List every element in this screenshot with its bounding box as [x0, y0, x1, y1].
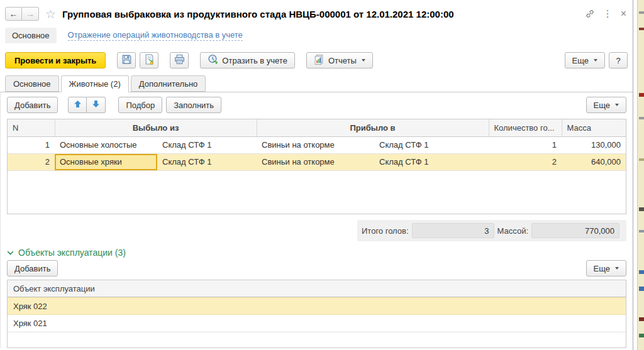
more-label: Еще — [572, 56, 589, 65]
tab-animals[interactable]: Животные (2) — [61, 75, 129, 92]
reports-icon — [314, 54, 325, 67]
add-row-button[interactable]: Добавить — [7, 97, 58, 113]
col-to[interactable]: Прибыло в — [257, 119, 489, 136]
history-buttons: ← → — [5, 7, 39, 21]
objects-section-title: Объекты эксплуатации (3) — [18, 248, 126, 258]
post-document-button[interactable] — [140, 52, 158, 68]
cell-to-store[interactable]: Склад СТФ 1 — [374, 136, 489, 153]
totals-heads-value: 3 — [412, 223, 494, 238]
print-button[interactable] — [170, 52, 189, 68]
post-and-close-button[interactable]: Провести и закрыть — [5, 52, 106, 68]
reflect-in-accounting-button[interactable]: Отразить в учете — [200, 52, 295, 68]
reports-label: Отчеты — [328, 56, 357, 65]
toolbar: Провести и закрыть — [5, 52, 628, 69]
move-down-button[interactable] — [87, 97, 106, 113]
print-icon — [174, 54, 185, 67]
back-button[interactable]: ← — [5, 7, 22, 21]
collapse-chevron-icon — [7, 248, 14, 258]
close-icon[interactable]: × — [621, 8, 626, 19]
nav-main-item[interactable]: Основное — [5, 28, 57, 43]
table-row[interactable]: 1 Основные холостые Склад СТФ 1 Свиньи н… — [8, 136, 626, 153]
move-up-button[interactable] — [68, 97, 87, 113]
objects-more-button[interactable]: Еще — [586, 260, 626, 276]
cell-n[interactable]: 1 — [8, 136, 55, 153]
tab-additional[interactable]: Дополнительно — [131, 75, 206, 92]
cell-to-group[interactable]: Свиньи на откорме — [257, 136, 374, 153]
objects-column-header[interactable]: Объект эксплуатации — [8, 280, 626, 297]
forward-arrow-icon: → — [26, 9, 35, 19]
more-label: Еще — [594, 101, 610, 110]
help-button[interactable]: ? — [609, 52, 628, 68]
form-tabs: Основное Животные (2) Дополнительно — [5, 75, 633, 92]
totals-mass-value: 770,000 — [531, 223, 619, 238]
objects-command-bar: Добавить Еще — [7, 260, 626, 277]
document-form: ← → ☆ Групповая выбраковка из продуктивн… — [0, 0, 633, 350]
favorite-star-icon[interactable]: ☆ — [45, 8, 56, 20]
tab-main[interactable]: Основное — [5, 75, 59, 92]
arrow-up-icon — [74, 100, 82, 110]
arrow-down-icon — [92, 100, 100, 110]
cell-mass[interactable]: 640,000 — [562, 153, 626, 170]
app-window: ← → ☆ Групповая выбраковка из продуктивн… — [0, 0, 644, 350]
cell-qty[interactable]: 2 — [489, 153, 562, 170]
back-arrow-icon: ← — [9, 9, 18, 19]
reflect-clock-icon — [208, 54, 218, 67]
chevron-down-icon — [615, 104, 619, 106]
cell-from-group-active[interactable]: Основные хряки — [55, 153, 157, 170]
col-qty[interactable]: Количество го... — [489, 119, 562, 136]
objects-table: Объект эксплуатации Хряк 022 Хряк 021 — [7, 280, 626, 348]
animals-command-bar: Добавить Подбор Заполнить Еще — [7, 96, 626, 114]
col-mass[interactable]: Масса — [562, 119, 626, 136]
col-from[interactable]: Выбыло из — [55, 119, 257, 136]
objects-add-button[interactable]: Добавить — [7, 260, 58, 276]
title-actions: ⋮ × — [585, 8, 626, 19]
cell-to-store[interactable]: Склад СТФ 1 — [374, 153, 489, 170]
reflect-label: Отразить в учете — [222, 56, 287, 65]
animals-table: N Выбыло из Прибыло в Количество го... М… — [7, 119, 626, 214]
totals-bar: Итого голов: 3 Массой: 770,000 — [357, 220, 626, 241]
objects-section-toggle[interactable]: Объекты эксплуатации (3) — [7, 248, 626, 258]
chevron-down-icon — [362, 59, 365, 62]
move-row-buttons — [68, 97, 106, 113]
totals-heads-label: Итого голов: — [362, 226, 409, 236]
cell-n[interactable]: 2 — [8, 153, 55, 170]
cell-mass[interactable]: 130,000 — [562, 136, 626, 153]
background-window-strip — [637, 0, 644, 350]
cell-from-store[interactable]: Склад СТФ 1 — [157, 136, 257, 153]
animals-more-button[interactable]: Еще — [586, 97, 626, 113]
more-label: Еще — [594, 264, 610, 273]
window-title: Групповая выбраковка из продуктивного ст… — [62, 9, 454, 19]
chevron-down-icon — [615, 267, 619, 270]
list-item-selected[interactable]: Хряк 022 — [8, 297, 626, 315]
post-document-icon — [144, 54, 155, 67]
cell-to-group[interactable]: Свиньи на откорме — [257, 153, 374, 170]
chevron-down-icon — [594, 59, 597, 62]
cell-from-store[interactable]: Склад СТФ 1 — [157, 153, 257, 170]
cell-from-group[interactable]: Основные холостые — [55, 136, 157, 153]
col-n[interactable]: N — [8, 119, 55, 136]
nav-accounting-link[interactable]: Отражение операций животноводства в учет… — [68, 30, 243, 41]
cell-qty[interactable]: 1 — [489, 136, 562, 153]
animals-tab-panel: Добавить Подбор Заполнить Еще — [0, 92, 633, 348]
help-label: ? — [616, 56, 620, 65]
totals-mass-label: Массой: — [497, 226, 528, 236]
titlebar: ← → ☆ Групповая выбраковка из продуктивн… — [0, 0, 633, 23]
get-link-icon[interactable] — [585, 9, 595, 19]
save-button[interactable] — [117, 52, 136, 68]
forward-button[interactable]: → — [22, 7, 39, 21]
toolbar-more-button[interactable]: Еще — [565, 52, 605, 68]
animals-table-header: N Выбыло из Прибыло в Количество го... М… — [8, 119, 626, 136]
list-item[interactable]: Хряк 021 — [8, 315, 626, 332]
more-menu-kebab-icon[interactable]: ⋮ — [603, 8, 613, 19]
table-row-selected[interactable]: 2 Основные хряки Склад СТФ 1 Свиньи на о… — [8, 153, 626, 170]
fill-button[interactable]: Заполнить — [166, 97, 221, 113]
reports-button[interactable]: Отчеты — [306, 52, 373, 68]
pick-button[interactable]: Подбор — [118, 97, 162, 113]
navigation-row: Основное Отражение операций животноводст… — [5, 26, 633, 44]
save-icon — [121, 54, 132, 67]
